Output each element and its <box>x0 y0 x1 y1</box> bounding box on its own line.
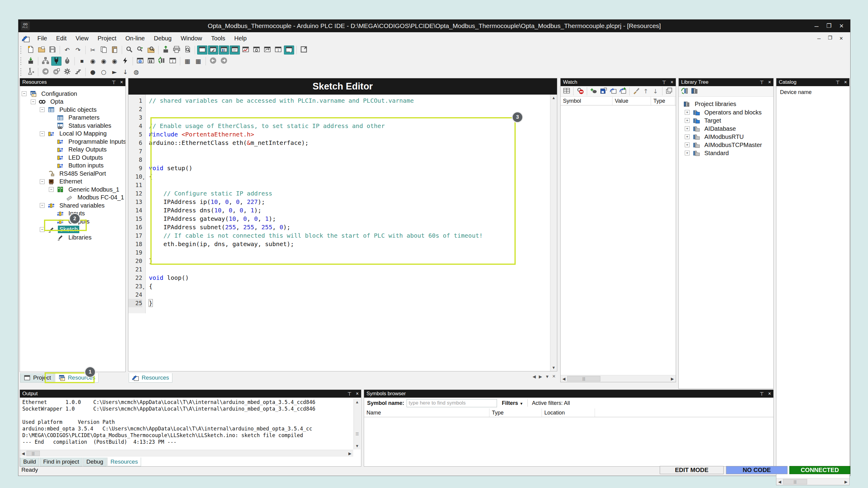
record-button[interactable]: ● <box>88 67 98 76</box>
library-box-button[interactable] <box>690 87 699 96</box>
close-icon[interactable]: × <box>839 20 844 32</box>
new-project-button[interactable] <box>26 45 36 55</box>
duplicate-window-button[interactable] <box>664 87 674 96</box>
grid-insert-button[interactable]: ▦ <box>182 57 193 66</box>
navigate-forward-button[interactable] <box>219 57 229 66</box>
scroll-right-icon[interactable]: ▶ <box>669 377 676 381</box>
close-icon[interactable]: × <box>768 79 771 85</box>
tree-item-shared-variables[interactable]: −Shared variables <box>40 201 106 209</box>
redo-button[interactable]: ↷ <box>73 45 83 55</box>
library-item-standard[interactable]: +Standard <box>685 149 730 157</box>
step-button[interactable] <box>73 67 83 76</box>
fullscreen-button[interactable] <box>299 45 309 55</box>
network-config-button[interactable] <box>135 57 145 66</box>
tab-debug[interactable]: Debug <box>83 458 107 466</box>
tree-item-status-variables[interactable]: Status variables <box>49 122 113 130</box>
recompile-button[interactable]: ◉ <box>110 57 120 66</box>
tree-item-parameters[interactable]: Parameters <box>49 114 101 122</box>
pin-icon[interactable]: ⊤ <box>760 79 764 85</box>
close-icon[interactable]: × <box>768 391 771 396</box>
run-to-button[interactable] <box>51 67 61 76</box>
print-button[interactable] <box>172 45 182 55</box>
print-preview-button[interactable] <box>182 45 193 55</box>
expander-icon[interactable]: + <box>685 118 689 123</box>
menu-window[interactable]: Window <box>176 34 207 43</box>
watch-horizontal-scrollbar[interactable]: ◀ ||| ▶ <box>561 375 676 382</box>
expander-icon[interactable]: − <box>40 203 44 208</box>
scroll-left-icon[interactable]: ◀ <box>561 377 567 381</box>
library-item-operators-and-blocks[interactable]: +Operators and blocks <box>685 108 763 116</box>
view-output-window-button[interactable] <box>230 45 240 55</box>
close-icon[interactable]: × <box>356 391 359 396</box>
tree-item-programmable-inputs[interactable]: Programmable Inputs <box>49 138 125 145</box>
pin-icon[interactable]: ⊤ <box>112 79 116 85</box>
save-project-button[interactable] <box>47 45 58 55</box>
tab-scroll-left-icon[interactable]: ◀ <box>532 374 536 379</box>
tab-resources[interactable]: Resources <box>107 458 141 466</box>
menu-view[interactable]: View <box>71 34 93 43</box>
menu-edit[interactable]: Edit <box>52 34 71 43</box>
filters-button[interactable]: Filters ▼ <box>502 400 523 406</box>
load-watchlist-button[interactable] <box>609 87 618 96</box>
tree-item-sketch[interactable]: −Sketch <box>40 226 79 233</box>
tab-list-icon[interactable]: ▼ <box>545 374 550 379</box>
cut-button[interactable]: ✂ <box>88 45 98 55</box>
tree-item-libraries[interactable]: Libraries <box>49 233 93 241</box>
tree-item-button-inputs[interactable]: Button inputs <box>49 162 105 170</box>
simulation-button[interactable] <box>26 67 36 76</box>
pin-icon[interactable]: ⊤ <box>836 79 840 85</box>
catalog-horizontal-scrollbar[interactable]: ◀ ||| ▶ <box>776 478 849 485</box>
load-add-watchlist-button[interactable] <box>618 87 627 96</box>
tab-build[interactable]: Build <box>20 458 39 466</box>
mdi-minimize-icon[interactable]: – <box>817 35 821 42</box>
tree-item-public-objects[interactable]: −Public objects <box>40 106 98 113</box>
output-vertical-scrollbar[interactable]: ▲ ☰ ▼ <box>353 399 361 450</box>
scroll-left-icon[interactable]: ◀ <box>776 480 783 484</box>
undo-button[interactable]: ↶ <box>62 45 72 55</box>
tree-item-opta[interactable]: −Opta <box>31 98 65 106</box>
menu-help[interactable]: Help <box>230 34 251 43</box>
code-editor[interactable]: 1// shared variables can be accessed wit… <box>128 95 550 371</box>
mdi-restore-icon[interactable]: ❐ <box>828 35 832 42</box>
clear-watch-button[interactable] <box>632 87 641 96</box>
view-project-window-button[interactable] <box>197 45 207 55</box>
tab-close-icon[interactable]: × <box>552 373 555 380</box>
restore-icon[interactable]: ❐ <box>827 20 832 32</box>
pin-icon[interactable]: ⊤ <box>662 79 666 85</box>
watch-grid-button[interactable] <box>562 87 571 96</box>
navigate-back-button[interactable] <box>208 57 218 66</box>
tree-item-rs485-serialport[interactable]: RS485 SerialPort <box>40 170 107 177</box>
copy-button[interactable] <box>98 45 109 55</box>
watch-column-symbol[interactable]: Symbol <box>561 97 613 105</box>
output-horizontal-scrollbar[interactable]: ◀ ||| ▶ <box>20 450 353 457</box>
symbols-body[interactable] <box>364 418 773 466</box>
export-button[interactable] <box>161 45 171 55</box>
menu-online[interactable]: On-line <box>121 34 149 43</box>
output-log[interactable]: Ethernet 1.0.0 C:\Users\mcmch\AppData\Lo… <box>21 399 353 450</box>
refresh-modules-button[interactable] <box>157 57 167 66</box>
view-library-window-button[interactable] <box>219 45 229 55</box>
view-watch-window-button[interactable] <box>208 45 218 55</box>
plug-connection-button[interactable] <box>51 57 61 66</box>
tree-item-modbus-fc-04-1[interactable]: Modbus FC-04_1 <box>58 194 125 201</box>
symbols-column-type[interactable]: Type <box>490 409 542 417</box>
tree-item-inputs[interactable]: Inputs <box>49 210 86 218</box>
menu-tools[interactable]: Tools <box>207 34 230 43</box>
scroll-right-icon[interactable]: ▶ <box>843 480 849 484</box>
menu-debug[interactable]: Debug <box>149 34 176 43</box>
watch-column-type[interactable]: Type <box>651 97 675 105</box>
view-settings-window-button[interactable] <box>251 45 261 55</box>
tree-item-generic-modbus-1[interactable]: −Generic Modbus_1 <box>49 186 121 193</box>
move-up-button[interactable]: ↑ <box>641 87 650 96</box>
menu-project[interactable]: Project <box>93 34 121 43</box>
expander-icon[interactable]: + <box>685 110 689 115</box>
refresh-library-button[interactable] <box>680 87 689 96</box>
mouse-settings-button[interactable] <box>62 57 72 66</box>
add-symbol-button[interactable] <box>589 87 598 96</box>
compile-all-button[interactable]: ◉ <box>98 57 109 66</box>
grid-button[interactable]: ▦ <box>193 57 204 66</box>
tab-project[interactable]: Project <box>20 373 54 383</box>
tree-item-led-outputs[interactable]: LED Outputs <box>49 154 104 161</box>
record-disable-button[interactable] <box>576 87 585 96</box>
expander-icon[interactable]: + <box>685 151 689 156</box>
